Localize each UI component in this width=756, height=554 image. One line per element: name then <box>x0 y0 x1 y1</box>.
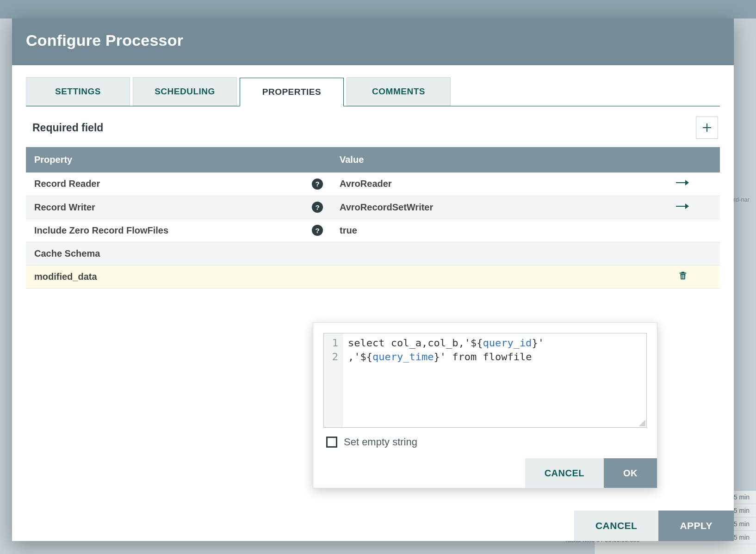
th-value: Value <box>331 147 646 172</box>
set-empty-string-row: Set empty string <box>323 428 647 458</box>
goto-service-icon[interactable] <box>676 202 690 211</box>
modal-body: SETTINGS SCHEDULING PROPERTIES COMMENTS … <box>12 65 734 541</box>
side-panel-val: 5 min <box>734 507 750 514</box>
property-name: Cache Schema <box>34 248 100 259</box>
required-field-row: Required field <box>26 106 720 147</box>
tab-properties[interactable]: PROPERTIES <box>240 78 344 106</box>
property-editor-popover: 12 select col_a,col_b,'${query_id}' ,'${… <box>313 322 657 488</box>
help-icon[interactable]: ? <box>312 202 323 213</box>
table-row[interactable]: Record Reader ? AvroReader <box>26 172 720 196</box>
editor-cancel-button[interactable]: CANCEL <box>525 458 604 488</box>
help-icon[interactable]: ? <box>312 179 323 190</box>
property-value[interactable] <box>331 242 646 265</box>
editor-actions: CANCEL OK <box>313 458 657 488</box>
property-value[interactable]: AvroRecordSetWriter <box>331 196 646 219</box>
property-value[interactable]: true <box>331 219 646 242</box>
add-property-button[interactable] <box>696 117 718 139</box>
resize-handle-icon[interactable] <box>639 420 645 426</box>
side-panel-val: 5 min <box>734 520 750 528</box>
tab-scheduling[interactable]: SCHEDULING <box>133 77 237 106</box>
code-gutter: 12 <box>324 333 342 427</box>
side-panel-val: 5 min <box>734 493 750 501</box>
code-content[interactable]: select col_a,col_b,'${query_id}' ,'${que… <box>342 333 646 427</box>
table-row[interactable]: Record Writer ? AvroRecordSetWriter <box>26 196 720 219</box>
configure-processor-modal: Configure Processor SETTINGS SCHEDULING … <box>12 18 734 541</box>
th-property: Property <box>26 147 331 172</box>
properties-table: Property Value Record Reader ? AvroReade… <box>26 147 720 289</box>
tab-settings[interactable]: SETTINGS <box>26 77 130 106</box>
help-icon[interactable]: ? <box>312 225 323 236</box>
table-row[interactable]: modified_data <box>26 265 720 288</box>
tab-bar: SETTINGS SCHEDULING PROPERTIES COMMENTS <box>26 77 720 106</box>
property-name: modified_data <box>34 271 97 282</box>
property-value[interactable] <box>331 265 646 288</box>
plus-icon <box>701 122 713 133</box>
property-name: Include Zero Record FlowFiles <box>34 225 168 236</box>
required-field-label: Required field <box>32 122 103 134</box>
modal-title: Configure Processor <box>26 31 720 49</box>
property-value[interactable]: AvroReader <box>331 172 646 196</box>
tab-comments[interactable]: COMMENTS <box>347 77 451 106</box>
table-row[interactable]: Include Zero Record FlowFiles ? true <box>26 219 720 242</box>
modal-footer: CANCEL APPLY <box>574 511 734 541</box>
side-panel-val: 5 min <box>734 534 750 541</box>
modal-header: Configure Processor <box>12 18 734 65</box>
set-empty-label: Set empty string <box>344 436 417 448</box>
property-name: Record Writer <box>34 202 95 213</box>
code-editor[interactable]: 12 select col_a,col_b,'${query_id}' ,'${… <box>323 333 647 428</box>
modal-apply-button[interactable]: APPLY <box>658 511 734 541</box>
property-name: Record Reader <box>34 179 100 189</box>
modal-cancel-button[interactable]: CANCEL <box>574 511 659 541</box>
set-empty-checkbox[interactable] <box>326 437 337 448</box>
goto-service-icon[interactable] <box>676 178 690 187</box>
table-row[interactable]: Cache Schema <box>26 242 720 265</box>
delete-property-icon[interactable] <box>678 271 688 281</box>
editor-ok-button[interactable]: OK <box>604 458 657 488</box>
